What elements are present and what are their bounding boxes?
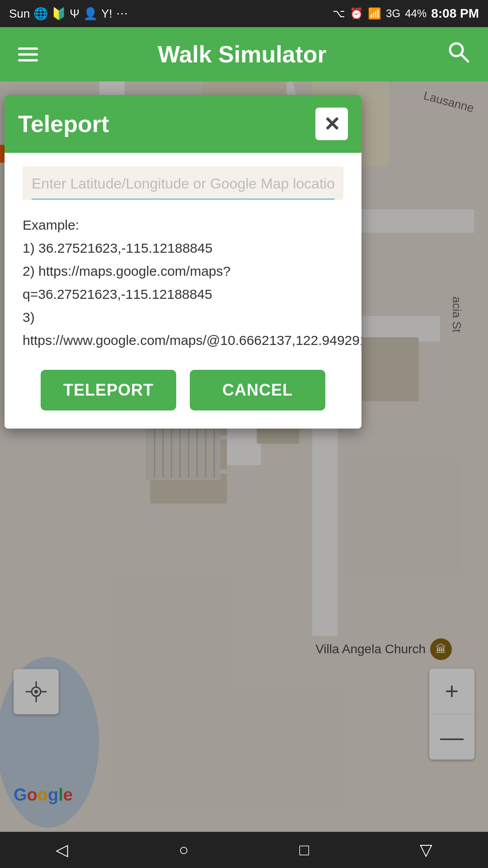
status-icon-1: 🌐 <box>33 7 48 21</box>
status-icon-3: Ψ <box>70 7 80 21</box>
teleport-dialog: Teleport ✕ Example: 1) 36.27521623,-115.… <box>5 95 361 429</box>
close-icon: ✕ <box>324 113 340 136</box>
status-right: ⌥ ⏰ 📶 3G 44% 8:08 PM <box>333 6 479 21</box>
cancel-button[interactable]: CANCEL <box>190 370 325 410</box>
search-button[interactable] <box>446 40 470 69</box>
menu-nav-button[interactable]: ▽ <box>420 840 432 859</box>
map-container: Teleport ✕ Example: 1) 36.27521623,-115.… <box>0 81 488 832</box>
example-3: 3) https://www.google.com/maps/@10.66621… <box>23 306 343 352</box>
app-title: Walk Simulator <box>158 41 327 68</box>
status-left: Sun 🌐 🔰 Ψ 👤 Y! ⋯ <box>9 7 128 21</box>
app-bar: Walk Simulator <box>0 27 488 81</box>
menu-button[interactable] <box>18 47 38 61</box>
svg-line-1 <box>461 54 468 61</box>
status-time: 8:08 PM <box>431 6 479 21</box>
signal-label: 3G <box>386 7 400 20</box>
example-label: Example: <box>23 213 343 236</box>
dialog-title: Teleport <box>18 110 109 137</box>
status-bar: Sun 🌐 🔰 Ψ 👤 Y! ⋯ ⌥ ⏰ 📶 3G 44% 8:08 PM <box>0 0 488 27</box>
nav-bar: ◁ ○ □ ▽ <box>0 832 488 868</box>
example-2: 2) https://maps.google.com/maps?q=36.275… <box>23 259 343 306</box>
status-icon-2: 🔰 <box>52 7 66 21</box>
back-button[interactable]: ◁ <box>56 840 68 859</box>
dialog-body: Example: 1) 36.27521623,-115.12188845 2)… <box>5 153 361 429</box>
dialog-header: Teleport ✕ <box>5 95 361 153</box>
battery-label: 44% <box>405 7 427 20</box>
input-underline <box>32 198 334 200</box>
bluetooth-icon: ⌥ <box>333 7 345 20</box>
status-day: Sun <box>9 7 30 21</box>
dialog-overlay: Teleport ✕ Example: 1) 36.27521623,-115.… <box>0 81 488 832</box>
dialog-buttons: TELEPORT CANCEL <box>23 370 343 410</box>
alarm-icon: ⏰ <box>350 7 363 20</box>
status-icon-6: ⋯ <box>116 7 128 21</box>
status-icon-5: Y! <box>101 7 113 21</box>
teleport-button[interactable]: TELEPORT <box>41 370 176 410</box>
close-dialog-button[interactable]: ✕ <box>315 108 348 140</box>
location-input[interactable] <box>32 175 334 198</box>
recent-button[interactable]: □ <box>300 840 310 859</box>
example-section: Example: 1) 36.27521623,-115.12188845 2)… <box>23 213 343 352</box>
example-1: 1) 36.27521623,-115.12188845 <box>23 236 343 259</box>
wifi-icon: 📶 <box>368 7 381 20</box>
location-input-container <box>23 166 343 200</box>
status-icon-4: 👤 <box>83 7 98 21</box>
home-button[interactable]: ○ <box>179 840 189 859</box>
